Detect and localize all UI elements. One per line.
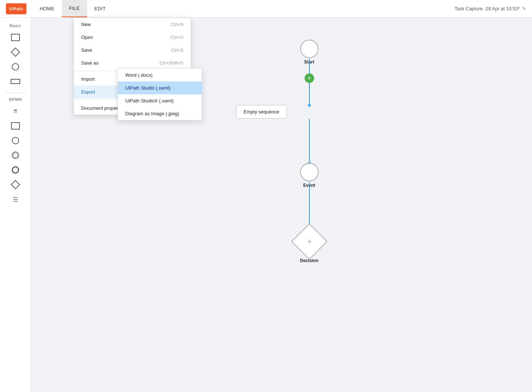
arrow-event-decision	[309, 182, 310, 226]
nav-file[interactable]: FILE	[62, 0, 87, 17]
nav-edit[interactable]: EDIT	[87, 0, 113, 17]
topbar: UiPath HOME FILE EDIT Task Capture -28 A…	[0, 0, 532, 18]
decision-plus-icon: +	[307, 237, 312, 246]
submenu-item-diagram-image[interactable]: Diagram as Image (.jpeg)	[118, 107, 202, 120]
sidebar-item-rectangle[interactable]	[7, 31, 24, 44]
circle-bpmn-shape	[12, 137, 19, 144]
menu-item-open[interactable]: Open Ctrl+O	[74, 31, 191, 44]
up-arrows-shape: ⇈	[13, 109, 18, 114]
sidebar-item-circle[interactable]	[7, 60, 24, 73]
arrow-sequence-event	[309, 119, 310, 163]
event-circle	[300, 163, 319, 181]
lines-shape: ☰	[13, 196, 18, 203]
title-area: Task Capture -28 Apr at 10:53* ✎	[454, 6, 532, 11]
add-button[interactable]: +	[305, 73, 314, 83]
sidebar-item-circle-thick[interactable]	[7, 163, 24, 177]
menu-item-save[interactable]: Save Ctrl+S	[74, 44, 191, 57]
square-bpmn-shape	[11, 122, 20, 130]
sidebar-item-square-bpmn[interactable]	[7, 119, 24, 133]
logo-area: UiPath	[0, 0, 32, 17]
sidebar-item-diamond-bpmn[interactable]	[7, 178, 24, 191]
sidebar-item-circle-double[interactable]	[7, 149, 24, 162]
sidebar-item-diamond[interactable]	[7, 46, 24, 59]
sidebar-item-circle-bpmn[interactable]	[7, 134, 24, 147]
export-submenu: Word (.docx) UiPath Studio (.xaml) UiPat…	[118, 68, 202, 120]
diamond-shape	[11, 47, 20, 57]
edit-title-icon[interactable]: ✎	[522, 6, 526, 11]
sidebar-item-rect-wide[interactable]	[7, 75, 24, 88]
submenu-item-uipath-studiox[interactable]: UiPath StudioX (.xaml)	[118, 94, 202, 107]
circle-double-shape	[12, 152, 19, 159]
basic-label: Basic	[10, 23, 21, 28]
start-circle	[300, 40, 319, 58]
circle-shape	[12, 63, 19, 70]
sequence-box[interactable]: Empty sequence	[236, 105, 287, 119]
sidebar-divider	[4, 92, 26, 93]
arrow-head-2	[308, 105, 311, 107]
document-title: Task Capture -28 Apr at 10:53*	[454, 6, 520, 11]
decision-node: + Decision	[296, 229, 322, 263]
menu-item-new[interactable]: New Ctrl+N	[74, 18, 191, 31]
sidebar-item-lines[interactable]: ☰	[7, 193, 24, 206]
nav-home[interactable]: HOME	[32, 0, 62, 17]
sidebar-item-up-arrows[interactable]: ⇈	[7, 105, 24, 118]
arrow-add-sequence	[309, 83, 310, 105]
main-layout: Basic BPMN ⇈	[0, 18, 532, 392]
submenu-item-uipath-studio[interactable]: UiPath Studio (.xaml)	[118, 81, 202, 94]
rect-wide-shape	[11, 79, 20, 84]
sidebar: Basic BPMN ⇈	[0, 18, 31, 392]
diamond-bpmn-shape	[11, 180, 20, 189]
nav-bar: HOME FILE EDIT	[32, 0, 113, 17]
submenu-item-word[interactable]: Word (.docx)	[118, 69, 202, 81]
uipath-logo: UiPath	[6, 3, 26, 14]
menu-item-save-as[interactable]: Save as Ctrl+Shift+S	[74, 57, 191, 69]
decision-diamond: +	[291, 224, 327, 260]
rectangle-shape	[11, 34, 20, 41]
circle-thick-shape	[12, 166, 19, 174]
bpmn-label: BPMN	[9, 97, 22, 102]
